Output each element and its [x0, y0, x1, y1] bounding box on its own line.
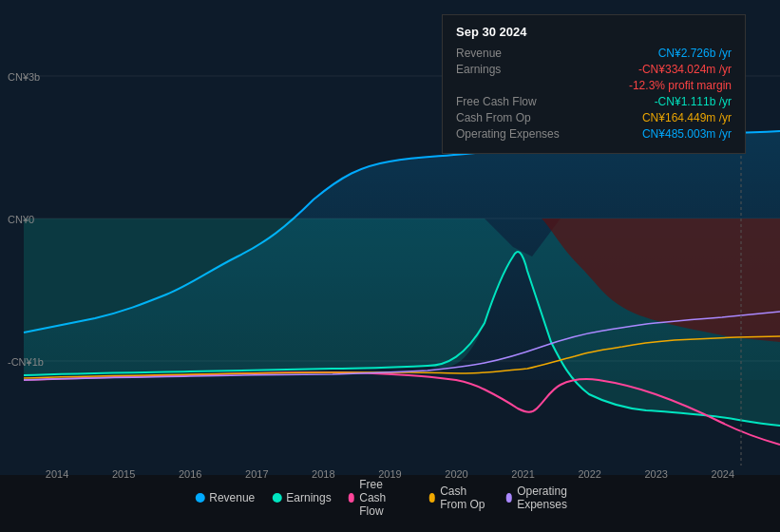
- tooltip-row-cashfromop: Cash From Op CN¥164.449m /yr: [456, 111, 732, 124]
- legend-dot-cashfromop: [429, 493, 436, 503]
- tooltip-box: Sep 30 2024 Revenue CN¥2.726b /yr Earnin…: [442, 14, 746, 154]
- legend-item-revenue[interactable]: Revenue: [195, 491, 255, 504]
- tooltip-row-earnings: Earnings -CN¥334.024m /yr: [456, 63, 732, 76]
- legend-label-opex: Operating Expenses: [517, 484, 585, 511]
- tooltip-date: Sep 30 2024: [456, 25, 732, 39]
- tooltip-value-earnings: -CN¥334.024m /yr: [638, 63, 732, 76]
- tooltip-row-revenue: Revenue CN¥2.726b /yr: [456, 47, 732, 60]
- legend-item-fcf[interactable]: Free Cash Flow: [349, 478, 412, 518]
- tooltip-value-cashfromop: CN¥164.449m /yr: [642, 111, 732, 124]
- tooltip-label-margin: [456, 79, 570, 92]
- tooltip-label-revenue: Revenue: [456, 47, 570, 60]
- legend-label-cashfromop: Cash From Op: [440, 484, 488, 511]
- legend-item-cashfromop[interactable]: Cash From Op: [429, 484, 489, 511]
- tooltip-label-fcf: Free Cash Flow: [456, 95, 570, 108]
- tooltip-value-margin: -12.3% profit margin: [629, 79, 732, 92]
- tooltip-row-fcf: Free Cash Flow -CN¥1.111b /yr: [456, 95, 732, 108]
- tooltip-value-fcf: -CN¥1.111b /yr: [655, 95, 732, 108]
- x-label-2024: 2024: [712, 468, 734, 480]
- tooltip-value-revenue: CN¥2.726b /yr: [658, 47, 732, 60]
- x-label-2014: 2014: [46, 468, 68, 480]
- legend-dot-earnings: [272, 493, 281, 503]
- tooltip-label-cashfromop: Cash From Op: [456, 111, 570, 124]
- legend: Revenue Earnings Free Cash Flow Cash Fro…: [195, 478, 585, 518]
- x-label-2015: 2015: [112, 468, 135, 480]
- legend-dot-fcf: [349, 493, 355, 503]
- y-label-bottom: -CN¥1b: [8, 356, 44, 368]
- chart-container: CN¥3b CN¥0 -CN¥1b 2014 2015 2016 2017 20…: [0, 0, 780, 532]
- legend-item-earnings[interactable]: Earnings: [272, 491, 331, 504]
- tooltip-row-profit-margin: -12.3% profit margin: [456, 79, 732, 92]
- tooltip-row-opex: Operating Expenses CN¥485.003m /yr: [456, 127, 732, 141]
- y-label-top: CN¥3b: [8, 71, 40, 83]
- tooltip-label-earnings: Earnings: [456, 63, 570, 76]
- tooltip-value-opex: CN¥485.003m /yr: [642, 127, 732, 141]
- tooltip-label-opex: Operating Expenses: [456, 127, 570, 141]
- x-label-2023: 2023: [645, 468, 668, 480]
- legend-label-fcf: Free Cash Flow: [359, 478, 411, 518]
- legend-dot-opex: [506, 493, 513, 503]
- legend-label-earnings: Earnings: [286, 491, 331, 504]
- legend-item-opex[interactable]: Operating Expenses: [506, 484, 585, 511]
- y-label-mid: CN¥0: [8, 214, 34, 225]
- legend-dot-revenue: [195, 493, 204, 503]
- legend-label-revenue: Revenue: [209, 491, 255, 504]
